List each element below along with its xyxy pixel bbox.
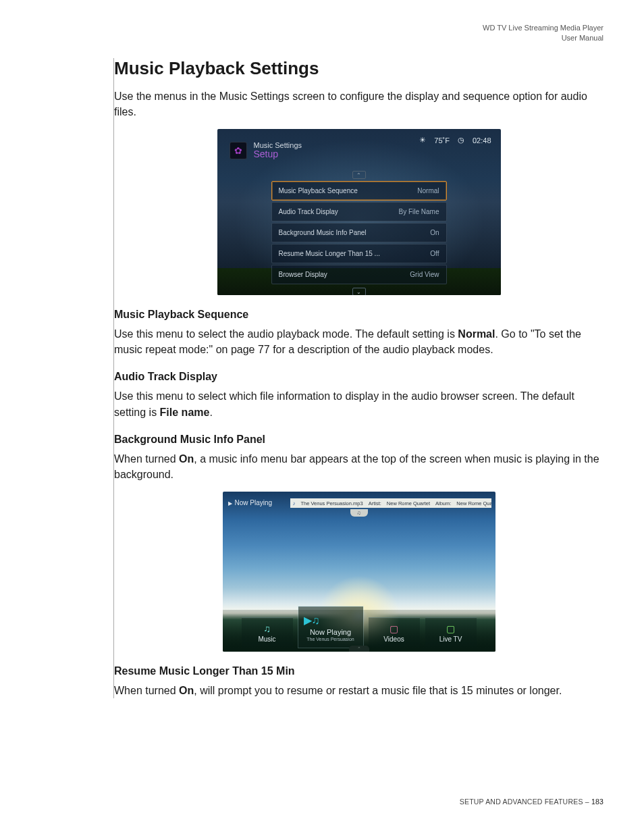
temperature: 75˚F bbox=[434, 136, 450, 145]
music-note-icon: ♪ bbox=[293, 500, 296, 506]
section-paragraph: Use this menu to select the audio playba… bbox=[114, 326, 603, 357]
section-heading: Resume Music Longer Than 15 Min bbox=[114, 665, 603, 677]
menu-row-label: Resume Music Longer Than 15 ... bbox=[279, 250, 380, 257]
text-bold: File name bbox=[160, 407, 210, 418]
chevron-up-icon[interactable]: ⌃ bbox=[352, 171, 366, 179]
page-number: 183 bbox=[591, 798, 603, 806]
video-icon: ▢ bbox=[390, 623, 398, 634]
tile-label: Live TV bbox=[439, 635, 462, 643]
section-paragraph: When turned On, will prompt you to resum… bbox=[114, 683, 603, 698]
tile-videos[interactable]: ▢ Videos bbox=[369, 617, 420, 648]
section-paragraph: When turned On, a music info menu bar ap… bbox=[114, 451, 603, 482]
menu-row-resume-15min[interactable]: Resume Music Longer Than 15 ... Off bbox=[271, 244, 447, 263]
menu-row-audio-track-display[interactable]: Audio Track Display By File Name bbox=[271, 202, 447, 221]
section-paragraph: Use this menu to select which file infor… bbox=[114, 388, 603, 419]
tile-label: Videos bbox=[383, 635, 404, 643]
text-bold: On bbox=[179, 685, 194, 696]
text: When turned bbox=[114, 685, 179, 696]
breadcrumb-current: Setup bbox=[254, 149, 302, 159]
dock-handle-icon[interactable]: ⌃ bbox=[349, 646, 369, 652]
page-title: Music Playback Settings bbox=[114, 58, 603, 79]
menu-row-value: By File Name bbox=[398, 208, 439, 215]
chevron-down-icon[interactable]: ⌄ bbox=[352, 288, 366, 295]
footer-section: SETUP AND ADVANCED FEATURES bbox=[460, 798, 583, 806]
tile-now-playing[interactable]: ▶♫ Now Playing The Venus Persuasion bbox=[298, 606, 363, 648]
section-heading: Audio Track Display bbox=[114, 371, 603, 383]
music-icon: ♫ bbox=[263, 623, 271, 634]
text-bold: On bbox=[179, 453, 194, 465]
page-footer: SETUP AND ADVANCED FEATURES – 183 bbox=[460, 798, 603, 806]
breadcrumb: ✿ Music Settings Setup bbox=[230, 141, 302, 159]
screenshot-home-now-playing: ▶Now Playing ♪ The Venus Persuasion.mp3 … bbox=[223, 492, 495, 652]
info-album-key: Album: bbox=[435, 500, 451, 506]
now-playing-label: Now Playing bbox=[235, 499, 273, 506]
header-product: WD TV Live Streaming Media Player bbox=[41, 23, 603, 33]
menu-row-browser-display[interactable]: Browser Display Grid View bbox=[271, 265, 447, 284]
home-tiles: ♫ Music ▶♫ Now Playing The Venus Persuas… bbox=[223, 602, 495, 648]
tv-icon: ▢ bbox=[446, 623, 455, 634]
tile-label: Now Playing bbox=[310, 628, 351, 636]
info-album-val: New Rome Quartet bbox=[456, 500, 491, 506]
tile-music[interactable]: ♫ Music bbox=[242, 617, 293, 648]
text: , will prompt you to resume or restart a… bbox=[194, 685, 562, 696]
gear-icon: ✿ bbox=[230, 142, 247, 159]
page-header: WD TV Live Streaming Media Player User M… bbox=[41, 23, 603, 43]
music-info-bar: ♪ The Venus Persuasion.mp3 Artist: New R… bbox=[290, 498, 491, 508]
time: 02:48 bbox=[473, 136, 491, 145]
footer-sep: – bbox=[583, 798, 591, 806]
intro-paragraph: Use the menus in the Music Settings scre… bbox=[114, 88, 603, 120]
now-playing-indicator: ▶Now Playing bbox=[228, 499, 273, 506]
settings-menu: ⌃ Music Playback Sequence Normal Audio T… bbox=[271, 171, 447, 295]
menu-row-bg-info-panel[interactable]: Background Music Info Panel On bbox=[271, 223, 447, 242]
text: When turned bbox=[114, 453, 179, 465]
info-artist-val: New Rome Quartet bbox=[387, 500, 430, 506]
menu-row-value: Normal bbox=[417, 187, 439, 194]
menu-row-playback-sequence[interactable]: Music Playback Sequence Normal bbox=[271, 181, 447, 201]
menu-row-value: Off bbox=[430, 250, 439, 257]
text: Use this menu to select the audio playba… bbox=[114, 328, 458, 340]
clock-icon: ◷ bbox=[458, 136, 464, 145]
now-playing-icon: ▶♫ bbox=[304, 614, 320, 627]
info-bar-handle-icon[interactable]: ♫ bbox=[350, 509, 368, 517]
menu-row-label: Audio Track Display bbox=[279, 208, 338, 215]
section-heading: Music Playback Sequence bbox=[114, 309, 603, 321]
menu-row-value: Grid View bbox=[410, 271, 439, 278]
menu-row-label: Browser Display bbox=[279, 271, 327, 278]
menu-row-label: Background Music Info Panel bbox=[279, 229, 367, 236]
tile-live-tv[interactable]: ▢ Live TV bbox=[425, 617, 477, 648]
info-file: The Venus Persuasion.mp3 bbox=[301, 500, 363, 506]
text-bold: Normal bbox=[458, 328, 495, 340]
info-artist-key: Artist: bbox=[369, 500, 381, 506]
section-heading: Background Music Info Panel bbox=[114, 434, 603, 446]
menu-row-label: Music Playback Sequence bbox=[279, 187, 358, 194]
header-subtitle: User Manual bbox=[41, 33, 603, 43]
tile-sublabel: The Venus Persuasion bbox=[306, 637, 354, 642]
play-icon: ▶ bbox=[228, 500, 232, 506]
screenshot-music-settings: ☀ 75˚F ◷ 02:48 ✿ Music Settings Setup ⌃ bbox=[217, 129, 501, 295]
status-bar: ☀ 75˚F ◷ 02:48 bbox=[419, 136, 491, 145]
weather-icon: ☀ bbox=[419, 136, 426, 145]
menu-row-value: On bbox=[430, 229, 439, 236]
tile-label: Music bbox=[258, 635, 275, 643]
text: . bbox=[209, 407, 212, 418]
